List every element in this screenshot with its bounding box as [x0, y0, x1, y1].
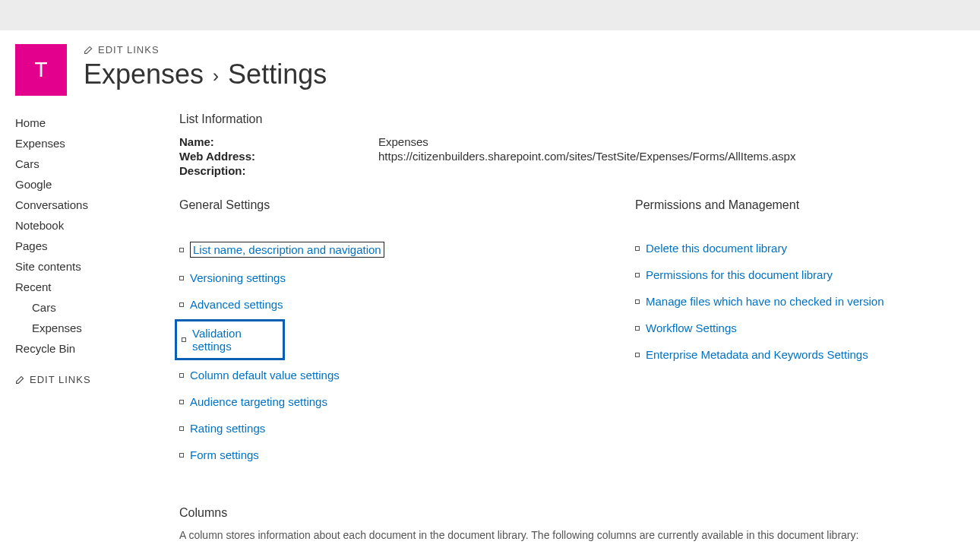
nav-item-conversations[interactable]: Conversations: [15, 195, 152, 215]
nav-item-expenses[interactable]: Expenses: [15, 133, 152, 154]
edit-links-top[interactable]: EDIT LINKS: [84, 44, 327, 55]
info-value-name: Expenses: [378, 135, 428, 148]
setting-link-audience[interactable]: Audience targeting settings: [190, 395, 327, 408]
setting-link-form[interactable]: Form settings: [190, 448, 259, 461]
columns-description: A column stores information about each d…: [179, 529, 965, 541]
setting-row-column-default: Column default value settings: [179, 362, 620, 388]
nav-item-cars[interactable]: Cars: [15, 154, 152, 174]
setting-link-validation[interactable]: Validation settings: [192, 327, 275, 353]
setting-row-audience: Audience targeting settings: [179, 388, 620, 415]
square-bullet-icon: [635, 246, 640, 251]
setting-link-column-default[interactable]: Column default value settings: [190, 369, 340, 382]
info-value-webaddress: https://citizenbuilders.sharepoint.com/s…: [378, 150, 795, 163]
setting-row-delete-library: Delete this document library: [635, 235, 965, 261]
edit-links-label: EDIT LINKS: [98, 44, 160, 55]
setting-row-rating: Rating settings: [179, 415, 620, 442]
square-bullet-icon: [179, 276, 184, 280]
setting-row-list-name: List name, description and navigation: [179, 235, 620, 264]
setting-link-delete-library[interactable]: Delete this document library: [646, 242, 787, 255]
nav-item-notebook[interactable]: Notebook: [15, 215, 152, 236]
square-bullet-icon: [179, 400, 184, 404]
page-header: T EDIT LINKS Expenses › Settings: [0, 30, 980, 105]
setting-link-advanced[interactable]: Advanced settings: [190, 298, 283, 311]
setting-link-enterprise-metadata[interactable]: Enterprise Metadata and Keywords Setting…: [646, 348, 868, 361]
info-label-name: Name:: [179, 135, 378, 148]
square-bullet-icon: [635, 326, 640, 331]
square-bullet-icon: [635, 353, 640, 357]
nav-item-recycle-bin[interactable]: Recycle Bin: [15, 338, 152, 359]
permissions-heading: Permissions and Management: [635, 198, 965, 212]
setting-link-rating[interactable]: Rating settings: [190, 422, 265, 435]
nav-item-recent[interactable]: Recent: [15, 277, 152, 297]
setting-row-enterprise-metadata: Enterprise Metadata and Keywords Setting…: [635, 341, 965, 368]
setting-row-form: Form settings: [179, 442, 620, 468]
edit-links-bottom-label: EDIT LINKS: [30, 374, 91, 385]
quick-launch-nav: Home Expenses Cars Google Conversations …: [15, 112, 167, 541]
pencil-icon: [15, 375, 25, 385]
info-row-webaddress: Web Address: https://citizenbuilders.sha…: [179, 150, 965, 163]
setting-row-manage-files: Manage files which have no checked in ve…: [635, 288, 965, 315]
list-information-heading: List Information: [179, 112, 965, 126]
site-logo-letter: T: [34, 58, 47, 82]
nav-item-pages[interactable]: Pages: [15, 236, 152, 256]
setting-row-permissions: Permissions for this document library: [635, 261, 965, 288]
nav-item-home[interactable]: Home: [15, 112, 152, 133]
setting-link-permissions[interactable]: Permissions for this document library: [646, 268, 833, 281]
columns-heading: Columns: [179, 506, 965, 520]
general-settings-heading: General Settings: [179, 198, 620, 212]
setting-row-workflow: Workflow Settings: [635, 315, 965, 341]
info-label-webaddress: Web Address:: [179, 150, 378, 163]
square-bullet-icon: [179, 453, 184, 458]
setting-row-validation-highlighted: Validation settings: [175, 319, 285, 360]
nav-item-site-contents[interactable]: Site contents: [15, 256, 152, 277]
square-bullet-icon: [182, 337, 186, 342]
site-logo[interactable]: T: [15, 44, 67, 96]
square-bullet-icon: [179, 373, 184, 378]
setting-row-advanced: Advanced settings: [179, 291, 620, 318]
square-bullet-icon: [179, 302, 184, 307]
general-settings-column: General Settings List name, description …: [179, 198, 620, 468]
breadcrumb-page-title: Settings: [228, 59, 327, 90]
pencil-icon: [84, 45, 93, 55]
nav-item-google[interactable]: Google: [15, 174, 152, 195]
setting-link-workflow[interactable]: Workflow Settings: [646, 321, 737, 334]
chevron-right-icon: ›: [213, 65, 219, 87]
breadcrumb: Expenses › Settings: [84, 59, 327, 90]
info-row-description: Description:: [179, 164, 965, 177]
square-bullet-icon: [635, 299, 640, 304]
info-label-description: Description:: [179, 164, 378, 177]
nav-item-recent-expenses[interactable]: Expenses: [15, 318, 152, 338]
setting-link-versioning[interactable]: Versioning settings: [190, 271, 286, 284]
page-body: Home Expenses Cars Google Conversations …: [0, 105, 980, 551]
settings-two-columns: General Settings List name, description …: [179, 198, 965, 468]
suite-top-bar: [0, 0, 980, 30]
permissions-list: Delete this document library Permissions…: [635, 235, 965, 368]
setting-row-versioning: Versioning settings: [179, 264, 620, 291]
setting-link-list-name[interactable]: List name, description and navigation: [190, 242, 384, 258]
breadcrumb-list-link[interactable]: Expenses: [84, 59, 204, 90]
general-settings-list: List name, description and navigation Ve…: [179, 235, 620, 468]
columns-section: Columns A column stores information abou…: [179, 506, 965, 541]
info-row-name: Name: Expenses: [179, 135, 965, 148]
setting-link-manage-files[interactable]: Manage files which have no checked in ve…: [646, 295, 884, 308]
square-bullet-icon: [179, 248, 184, 252]
square-bullet-icon: [179, 426, 184, 431]
main-content: List Information Name: Expenses Web Addr…: [167, 112, 965, 541]
header-text-block: EDIT LINKS Expenses › Settings: [84, 44, 327, 90]
nav-item-recent-cars[interactable]: Cars: [15, 297, 152, 318]
permissions-column: Permissions and Management Delete this d…: [635, 198, 965, 468]
edit-links-bottom[interactable]: EDIT LINKS: [15, 374, 152, 385]
square-bullet-icon: [635, 273, 640, 277]
